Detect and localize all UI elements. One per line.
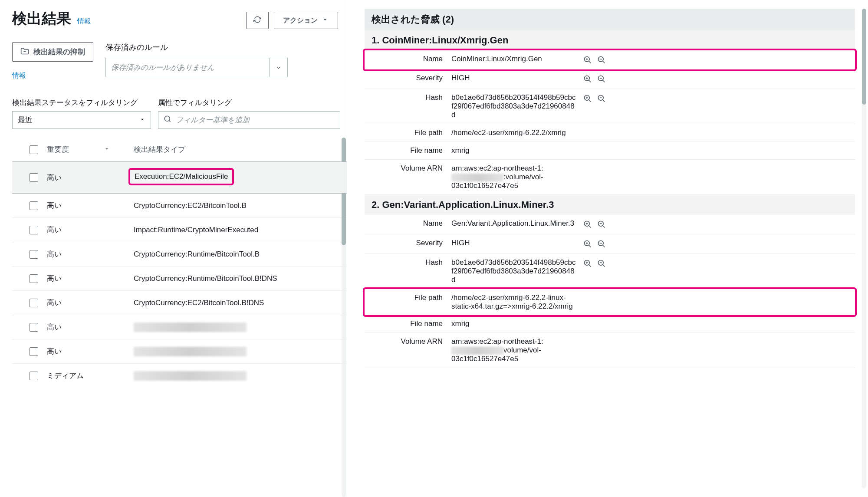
kv-row: NameGen:Variant.Application.Linux.Miner.… — [365, 215, 855, 234]
threat-title: 1. CoinMiner:Linux/Xmrig.Gen — [365, 30, 855, 50]
finding-type: CryptoCurrency:EC2/BitcoinTool.B!DNS — [134, 299, 264, 307]
kv-row: File path/home/ec2-user/xmrig-6.22.2/xmr… — [365, 124, 855, 142]
saved-rules-label: 保存済みのルール — [105, 42, 338, 53]
sort-desc-icon[interactable] — [104, 145, 110, 154]
kv-value: xmrig — [451, 146, 577, 155]
zoom-in-icon[interactable] — [582, 55, 593, 65]
zoom-out-icon[interactable] — [596, 219, 607, 230]
actions-button[interactable]: アクション — [274, 12, 338, 29]
row-checkbox[interactable] — [30, 274, 38, 283]
severity-cell: 高い — [47, 249, 134, 259]
table-row[interactable]: ミディアム — [12, 363, 347, 388]
zoom-out-icon[interactable] — [596, 239, 607, 249]
row-checkbox[interactable] — [30, 173, 38, 182]
row-checkbox[interactable] — [30, 323, 38, 332]
severity-cell: 高い — [47, 346, 134, 356]
kv-value: arn:aws:ec2:ap-northeast-1::volume/vol-0… — [451, 164, 577, 190]
redacted-text — [134, 323, 247, 332]
severity-cell: 高い — [47, 273, 134, 283]
zoom-in-icon[interactable] — [582, 219, 593, 230]
zoom-out-icon[interactable] — [596, 258, 607, 269]
kv-key: File name — [365, 319, 451, 328]
suppress-button[interactable]: 検出結果の抑制 — [12, 42, 93, 62]
zoom-out-icon[interactable] — [596, 93, 607, 104]
folder-minus-icon — [20, 47, 29, 57]
redacted-text — [134, 371, 247, 381]
kv-value: xmrig — [451, 319, 577, 328]
table-row[interactable]: 高い — [12, 339, 347, 363]
kv-value: /home/ec2-user/xmrig-6.22.2-linux-static… — [451, 293, 577, 311]
refresh-button[interactable] — [246, 12, 269, 29]
zoom-out-icon[interactable] — [596, 55, 607, 65]
scrollbar[interactable] — [862, 9, 866, 488]
saved-rules-placeholder: 保存済みのルールがありません — [106, 58, 269, 77]
kv-key: Name — [365, 219, 451, 228]
finding-type: CryptoCurrency:Runtime/BitcoinTool.B!DNS — [134, 274, 277, 283]
attribute-filter-input[interactable]: フィルター基準を追加 — [158, 111, 340, 129]
redacted-text — [134, 347, 247, 356]
kv-row: File namexmrig — [365, 142, 855, 160]
svg-line-2 — [169, 120, 170, 122]
kv-key: Hash — [365, 93, 451, 102]
zoom-in-icon[interactable] — [582, 74, 593, 84]
th-type[interactable]: 検出結果タイプ — [134, 145, 338, 155]
kv-value: HIGH — [451, 74, 577, 82]
th-severity[interactable]: 重要度 — [47, 145, 69, 155]
row-checkbox[interactable] — [30, 250, 38, 259]
finding-type: CryptoCurrency:Runtime/BitcoinTool.B — [134, 250, 260, 258]
row-checkbox[interactable] — [30, 299, 38, 307]
kv-key: File path — [365, 293, 451, 302]
row-checkbox[interactable] — [30, 372, 38, 380]
kv-row: NameCoinMiner:Linux/Xmrig.Gen — [363, 49, 857, 71]
zoom-in-icon[interactable] — [582, 93, 593, 104]
row-checkbox[interactable] — [30, 201, 38, 210]
status-select[interactable]: 最近 — [12, 111, 151, 129]
table-row[interactable]: 高い — [12, 315, 347, 339]
caret-down-icon[interactable] — [269, 58, 287, 77]
table-row[interactable]: 高いCryptoCurrency:EC2/BitcoinTool.B!DNS — [12, 290, 347, 315]
zoom-out-icon[interactable] — [596, 74, 607, 84]
svg-point-1 — [164, 116, 170, 121]
kv-row: Volume ARNarn:aws:ec2:ap-northeast-1::vo… — [365, 160, 855, 195]
row-checkbox[interactable] — [30, 347, 38, 356]
caret-down-icon — [321, 16, 329, 25]
saved-rules-select[interactable]: 保存済みのルールがありません — [105, 58, 288, 77]
svg-line-36 — [603, 245, 605, 247]
info-link-2[interactable]: 情報 — [12, 71, 93, 80]
table-row[interactable]: 高いCryptoCurrency:EC2/BitcoinTool.B — [12, 193, 347, 217]
severity-cell: 高い — [47, 322, 134, 332]
zoom-in-icon[interactable] — [582, 258, 593, 269]
svg-line-22 — [603, 100, 605, 102]
svg-line-8 — [603, 61, 605, 63]
svg-line-29 — [603, 226, 605, 228]
search-icon — [164, 115, 171, 125]
select-all-checkbox[interactable] — [30, 145, 38, 154]
table-row[interactable]: 高いExecution:EC2/MaliciousFile — [12, 161, 347, 194]
kv-row: File namexmrig — [365, 315, 855, 333]
kv-value: arn:aws:ec2:ap-northeast-1:volume/vol-03… — [451, 337, 577, 363]
kv-key: Severity — [365, 74, 451, 82]
svg-line-39 — [589, 265, 591, 267]
table-row[interactable]: 高いCryptoCurrency:Runtime/BitcoinTool.B!D… — [12, 266, 347, 290]
kv-row: SeverityHIGH — [365, 234, 855, 254]
svg-line-11 — [589, 80, 591, 82]
svg-line-25 — [589, 226, 591, 228]
table-row[interactable]: 高いImpact:Runtime/CryptoMinerExecuted — [12, 217, 347, 242]
kv-key: File path — [365, 128, 451, 137]
redacted-text — [451, 347, 503, 355]
zoom-in-icon[interactable] — [582, 239, 593, 249]
row-checkbox[interactable] — [30, 226, 38, 234]
kv-key: Name — [365, 55, 451, 63]
svg-line-15 — [603, 80, 605, 82]
severity-cell: 高い — [47, 298, 134, 308]
svg-line-32 — [589, 245, 591, 247]
threats-header: 検出された脅威 (2) — [365, 9, 855, 30]
finding-type: Impact:Runtime/CryptoMinerExecuted — [134, 226, 258, 234]
kv-row: Hashb0e1ae6d73d656b203514f498b59cbcf29f0… — [365, 254, 855, 289]
kv-key: Volume ARN — [365, 337, 451, 346]
svg-line-4 — [589, 61, 591, 63]
info-link[interactable]: 情報 — [77, 17, 91, 25]
finding-type: CryptoCurrency:EC2/BitcoinTool.B — [134, 201, 247, 210]
kv-key: Hash — [365, 258, 451, 267]
table-row[interactable]: 高いCryptoCurrency:Runtime/BitcoinTool.B — [12, 242, 347, 266]
